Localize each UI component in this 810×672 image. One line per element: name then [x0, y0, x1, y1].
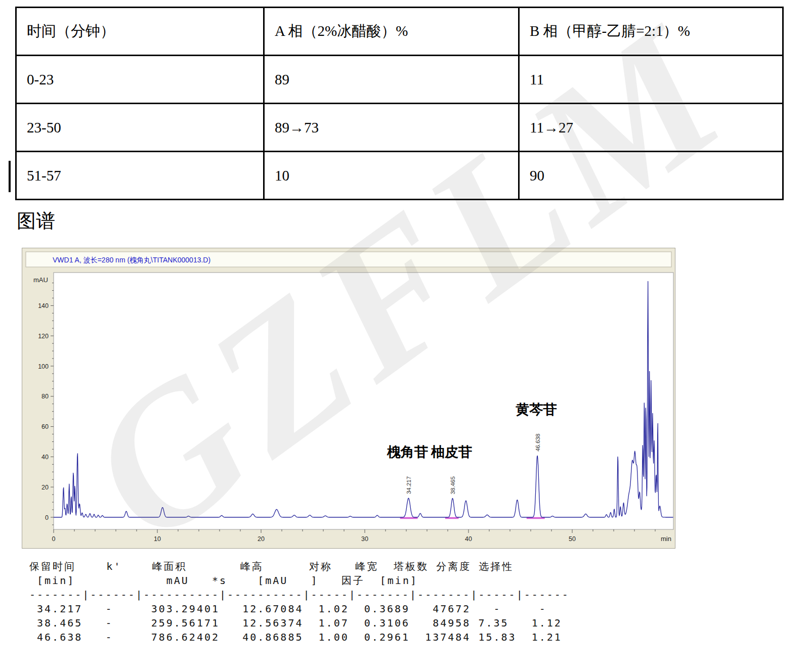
chromatogram-panel: VWD1 A, 波长=280 nm (槐角丸\TITANK000013.D)mA… [22, 248, 675, 549]
y-tick-label: 0 [45, 514, 49, 521]
gradient-row: 23-5089→7311→27 [16, 104, 783, 152]
peak-report-table: 保留时间 k' 峰面积 峰高 对称 峰宽 塔板数 分离度 选择性 [min] m… [29, 559, 570, 644]
gradient-cell: 89 [264, 56, 519, 104]
gradient-row: 51-571090 [16, 152, 783, 200]
gradient-cell: 89→73 [264, 104, 519, 152]
gradient-cell: 90 [519, 152, 783, 200]
peak-compound-label: 槐角苷 [387, 444, 428, 460]
peak-retention-label: 46.638 [535, 434, 541, 452]
plot-area [54, 273, 673, 529]
y-tick-label: 120 [38, 333, 49, 340]
x-tick-label: 40 [465, 535, 472, 543]
gradient-header-cell: 时间（分钟） [16, 8, 264, 56]
peak-compound-label: 柚皮苷 [431, 444, 472, 460]
gradient-cell: 51-57 [16, 152, 264, 200]
gradient-table-body: 0-23891123-5089→7311→2751-571090 [16, 56, 783, 200]
x-tick-label: 10 [154, 535, 161, 543]
gradient-cell: 11→27 [519, 104, 783, 152]
gradient-cell: 11 [519, 56, 783, 104]
y-axis-unit: mAU [33, 276, 48, 284]
chromatogram-plot: VWD1 A, 波长=280 nm (槐角丸\TITANK000013.D)mA… [22, 248, 675, 548]
y-tick-label: 100 [38, 363, 49, 370]
y-tick-label: 80 [41, 393, 49, 400]
y-tick-label: 40 [41, 454, 49, 461]
gradient-cell: 10 [264, 152, 519, 200]
y-tick-label: 140 [38, 302, 49, 309]
section-heading: 图谱 [17, 208, 55, 234]
gradient-table: 时间（分钟）A 相（2%冰醋酸）%B 相（甲醇-乙腈=2:1）% 0-23891… [15, 7, 784, 200]
gradient-header-cell: A 相（2%冰醋酸）% [264, 8, 519, 56]
gradient-cell: 0-23 [16, 56, 264, 104]
document-page: GZFLM 时间（分钟）A 相（2%冰醋酸）%B 相（甲醇-乙腈=2:1）% 0… [0, 0, 810, 672]
peak-compound-label: 黄芩苷 [516, 402, 557, 417]
peak-retention-label: 38.465 [450, 476, 456, 494]
y-tick-label: 20 [41, 484, 49, 491]
x-tick-label: 30 [361, 535, 368, 543]
stray-mark [9, 161, 11, 192]
x-tick-label: 20 [258, 535, 265, 543]
peak-retention-label: 34.217 [406, 476, 412, 494]
x-tick-label: 0 [52, 535, 56, 543]
y-tick-label: 60 [41, 423, 49, 430]
x-axis-unit: min [661, 535, 671, 543]
x-tick-label: 50 [569, 535, 576, 543]
gradient-row: 0-238911 [16, 56, 783, 104]
gradient-header-cell: B 相（甲醇-乙腈=2:1）% [519, 8, 783, 56]
gradient-cell: 23-50 [16, 104, 264, 152]
gradient-header-row: 时间（分钟）A 相（2%冰醋酸）%B 相（甲醇-乙腈=2:1）% [16, 8, 783, 56]
plot-title: VWD1 A, 波长=280 nm (槐角丸\TITANK000013.D) [53, 256, 210, 264]
gradient-table-header: 时间（分钟）A 相（2%冰醋酸）%B 相（甲醇-乙腈=2:1）% [16, 8, 783, 56]
